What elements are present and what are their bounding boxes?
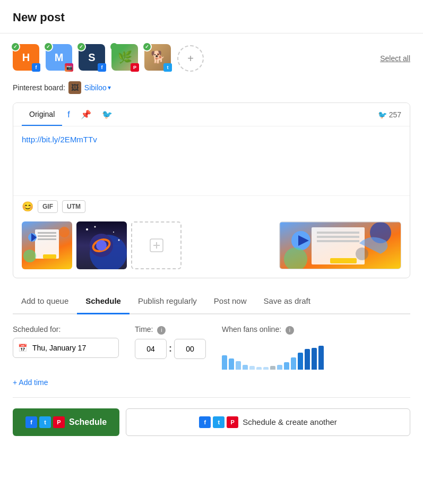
- page-title: New post: [13, 11, 410, 24]
- tw-badge-5: t: [163, 63, 172, 72]
- bar: [312, 348, 317, 370]
- scheduled-for-group: Scheduled for: 📅: [13, 325, 119, 358]
- bar: [256, 367, 262, 370]
- bar: [277, 365, 282, 370]
- add-time-button[interactable]: + Add time: [13, 378, 410, 387]
- secondary-fb-icon: f: [199, 416, 211, 428]
- fans-bar-chart: [222, 343, 410, 370]
- pinterest-board-row: Scheduled for: Pinterest board: 🖼 Sibilo…: [13, 81, 410, 94]
- schedule-button[interactable]: f t P Schedule: [13, 408, 119, 436]
- time-separator: :: [169, 343, 172, 354]
- svg-point-12: [96, 240, 107, 251]
- bar: [270, 366, 275, 370]
- svg-rect-0: [35, 229, 59, 259]
- svg-point-29: [356, 247, 368, 260]
- editor-body[interactable]: http://bit.ly/2EMmTTv: [13, 126, 410, 195]
- tab-save-as-draft[interactable]: Save as draft: [255, 289, 319, 313]
- editor-link[interactable]: http://bit.ly/2EMmTTv: [22, 135, 97, 144]
- secondary-pi-icon: P: [227, 416, 238, 428]
- editor-tabs: Original f 📌 🐦 🐦 257: [13, 103, 410, 126]
- schedule-social-icons: f t P: [25, 416, 65, 428]
- bar: [243, 365, 248, 370]
- time-info-icon[interactable]: i: [157, 326, 166, 335]
- time-group: Time: i :: [135, 325, 206, 359]
- bar: [298, 353, 303, 370]
- fans-online-label: When fans online: i: [222, 325, 410, 335]
- fans-info-icon[interactable]: i: [286, 326, 294, 335]
- bar: [318, 346, 324, 370]
- add-account-button[interactable]: +: [177, 45, 204, 72]
- pinterest-label: Pinterest board:: [13, 83, 65, 92]
- check-badge-1: [11, 42, 20, 52]
- check-badge-3: [76, 42, 86, 52]
- bar: [305, 349, 310, 369]
- svg-rect-1: [38, 232, 56, 234]
- char-count: 🐦 257: [378, 110, 401, 119]
- bar: [284, 362, 289, 370]
- image-preview-large[interactable]: [279, 221, 401, 269]
- utm-button[interactable]: UTM: [62, 200, 85, 213]
- bar: [263, 367, 269, 370]
- fans-online-group: When fans online: i: [222, 325, 410, 370]
- post-editor: Original f 📌 🐦 🐦 257 http://bit.ly/2EMmT…: [13, 102, 410, 278]
- schedule-form: Scheduled for: 📅 Time: i :: [13, 325, 410, 387]
- date-input-wrap: 📅: [13, 338, 119, 358]
- account-avatar-4[interactable]: 🌿 P: [111, 44, 140, 73]
- date-input[interactable]: [13, 338, 119, 358]
- tab-schedule[interactable]: Schedule: [77, 289, 130, 314]
- secondary-social-icons: f t P: [199, 416, 238, 428]
- tab-publish-regularly[interactable]: Publish regularly: [130, 289, 205, 313]
- time-label: Time: i: [135, 325, 206, 335]
- svg-point-28: [284, 247, 307, 269]
- svg-rect-22: [317, 236, 359, 238]
- svg-point-13: [86, 228, 88, 230]
- select-all-button[interactable]: Select all: [380, 54, 410, 63]
- check-badge-2: [44, 42, 53, 52]
- schedule-create-another-button[interactable]: f t P Schedule & create another: [126, 408, 410, 436]
- image-thumb-1[interactable]: [22, 221, 72, 269]
- image-thumb-2[interactable]: [76, 221, 127, 269]
- account-avatar-3[interactable]: S f: [79, 44, 107, 73]
- bar: [222, 355, 227, 370]
- tab-twitter[interactable]: 🐦: [97, 103, 118, 126]
- bar: [249, 366, 255, 370]
- fb-badge-3: f: [98, 63, 106, 72]
- ig-badge-2: 📷: [65, 63, 73, 72]
- tab-pinterest[interactable]: 📌: [75, 103, 97, 126]
- svg-rect-6: [43, 254, 56, 259]
- svg-rect-2: [38, 235, 56, 237]
- secondary-tw-icon: t: [213, 416, 225, 428]
- schedule-fb-icon: f: [25, 416, 37, 428]
- minute-input[interactable]: [174, 339, 206, 359]
- schedule-tw-icon: t: [39, 416, 51, 428]
- editor-toolbar: 😊 GIF UTM: [13, 195, 410, 217]
- board-dropdown-arrow[interactable]: ▾: [108, 84, 111, 91]
- svg-point-7: [59, 227, 70, 237]
- svg-rect-23: [317, 240, 359, 242]
- hour-input[interactable]: [135, 339, 167, 359]
- tab-original[interactable]: Original: [22, 104, 62, 126]
- account-avatar-2[interactable]: M 📷: [46, 44, 74, 73]
- svg-point-14: [94, 226, 96, 228]
- bar: [291, 357, 296, 370]
- emoji-button[interactable]: 😊: [22, 201, 33, 212]
- calendar-icon: 📅: [18, 344, 27, 352]
- time-inputs: :: [135, 339, 206, 359]
- add-image-button[interactable]: [131, 221, 182, 269]
- pi-badge-4: P: [131, 63, 139, 72]
- schedule-pi-icon: P: [53, 416, 65, 428]
- board-name[interactable]: Sibiloo: [84, 83, 107, 92]
- svg-rect-26: [330, 258, 357, 263]
- schedule-tabs: Add to queue Schedule Publish regularly …: [13, 289, 410, 314]
- bar: [236, 361, 241, 370]
- accounts-row: H f M 📷 S f 🌿 P: [13, 44, 410, 73]
- account-avatar-1[interactable]: H f: [13, 44, 41, 73]
- gif-button[interactable]: GIF: [38, 200, 58, 213]
- account-avatar-5[interactable]: 🐕 t: [144, 44, 173, 73]
- bar: [229, 358, 234, 369]
- image-row: [13, 217, 410, 278]
- tab-add-to-queue[interactable]: Add to queue: [13, 289, 77, 313]
- tab-post-now[interactable]: Post now: [205, 289, 255, 313]
- tab-facebook[interactable]: f: [62, 104, 75, 126]
- scheduled-for-label: Scheduled for:: [13, 325, 119, 334]
